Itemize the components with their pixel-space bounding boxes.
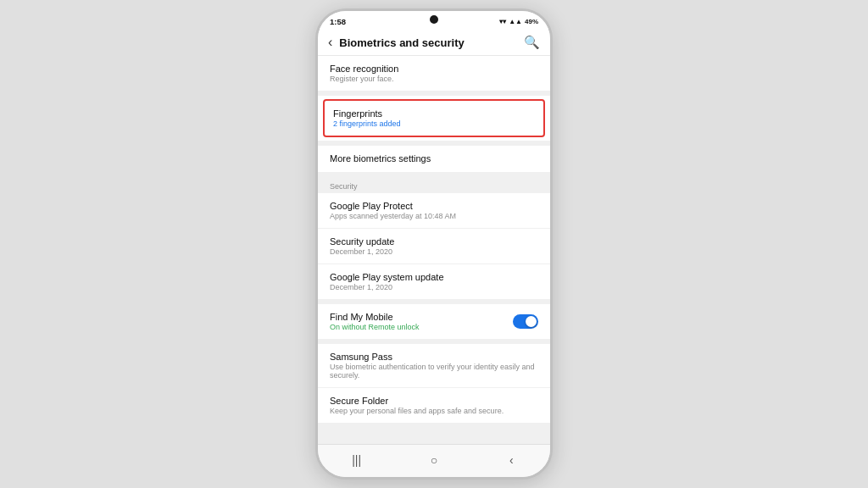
- fingerprints-item[interactable]: Fingerprints 2 fingerprints added: [323, 99, 545, 137]
- google-play-system-update-item[interactable]: Google Play system update December 1, 20…: [318, 264, 550, 299]
- find-my-mobile-row: Find My Mobile On without Remote unlock: [330, 312, 538, 331]
- google-play-system-update-subtitle: December 1, 2020: [330, 283, 538, 291]
- find-my-mobile-item[interactable]: Find My Mobile On without Remote unlock: [318, 304, 550, 339]
- fingerprints-title: Fingerprints: [333, 108, 535, 119]
- secure-folder-title: Secure Folder: [330, 396, 538, 406]
- fingerprints-subtitle: 2 fingerprints added: [333, 119, 535, 128]
- security-section-label: Security: [318, 177, 550, 193]
- phone-screen: 1:58 ▾▾ ▲▲ 49% ‹ Biometrics and security…: [318, 11, 550, 477]
- phone-frame: 1:58 ▾▾ ▲▲ 49% ‹ Biometrics and security…: [315, 8, 553, 480]
- more-biometrics-group: More biometrics settings: [318, 146, 550, 172]
- find-my-mobile-toggle[interactable]: [513, 314, 538, 329]
- find-my-mobile-text: Find My Mobile On without Remote unlock: [330, 312, 420, 331]
- security-update-subtitle: December 1, 2020: [330, 247, 538, 256]
- face-recognition-item[interactable]: Face recognition Register your face.: [318, 56, 550, 91]
- search-button[interactable]: 🔍: [524, 35, 540, 50]
- bottom-nav: ||| ○ ‹: [318, 444, 550, 477]
- secure-folder-item[interactable]: Secure Folder Keep your personal files a…: [318, 388, 550, 423]
- face-recognition-subtitle: Register your face.: [330, 75, 538, 83]
- back-button[interactable]: ‹: [328, 35, 332, 50]
- find-my-mobile-group: Find My Mobile On without Remote unlock: [318, 304, 550, 339]
- status-icons: ▾▾ ▲▲ 49%: [499, 18, 538, 25]
- more-biometrics-item[interactable]: More biometrics settings: [318, 146, 550, 172]
- status-time: 1:58: [330, 17, 346, 26]
- google-play-protect-subtitle: Apps scanned yesterday at 10:48 AM: [330, 212, 538, 220]
- menu-button[interactable]: |||: [344, 452, 370, 469]
- security-update-title: Security update: [330, 236, 538, 247]
- secure-folder-subtitle: Keep your personal files and apps safe a…: [330, 407, 538, 415]
- wifi-icon: ▾▾: [499, 18, 506, 25]
- signal-icon: ▲▲: [509, 18, 522, 25]
- home-button[interactable]: ○: [421, 452, 447, 469]
- back-nav-button[interactable]: ‹: [498, 452, 524, 469]
- toggle-knob: [526, 316, 537, 327]
- face-recognition-title: Face recognition: [330, 64, 538, 74]
- samsung-pass-title: Samsung Pass: [330, 352, 538, 362]
- find-my-mobile-title: Find My Mobile: [330, 312, 420, 322]
- battery-indicator: 49%: [525, 18, 538, 25]
- samsung-pass-item[interactable]: Samsung Pass Use biometric authenticatio…: [318, 344, 550, 388]
- more-biometrics-title: More biometrics settings: [330, 153, 538, 164]
- find-my-mobile-subtitle: On without Remote unlock: [330, 323, 420, 331]
- scroll-content: Face recognition Register your face. Fin…: [318, 56, 550, 444]
- fingerprints-group: Fingerprints 2 fingerprints added: [318, 96, 550, 141]
- camera-notch: [430, 15, 438, 24]
- page-title: Biometrics and security: [339, 36, 517, 49]
- face-recognition-group: Face recognition Register your face.: [318, 56, 550, 91]
- samsung-pass-group: Samsung Pass Use biometric authenticatio…: [318, 344, 550, 423]
- google-play-protect-item[interactable]: Google Play Protect Apps scanned yesterd…: [318, 193, 550, 229]
- samsung-pass-subtitle: Use biometric authentication to verify y…: [330, 363, 538, 380]
- security-items-group: Google Play Protect Apps scanned yesterd…: [318, 193, 550, 299]
- google-play-protect-title: Google Play Protect: [330, 201, 538, 211]
- security-update-item[interactable]: Security update December 1, 2020: [318, 229, 550, 264]
- google-play-system-update-title: Google Play system update: [330, 272, 538, 282]
- top-nav: ‹ Biometrics and security 🔍: [318, 30, 550, 56]
